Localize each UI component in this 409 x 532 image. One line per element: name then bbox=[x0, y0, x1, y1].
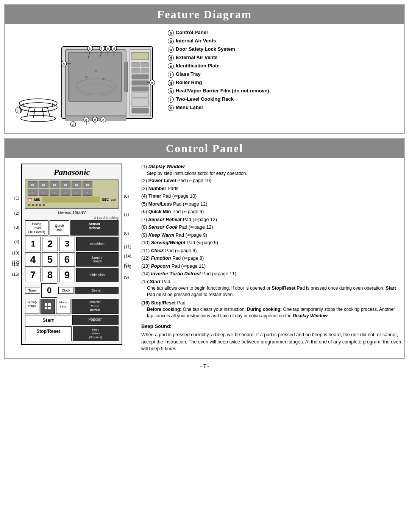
callout-r-9: (9) bbox=[124, 273, 136, 284]
label-item-g: g Roller Ring bbox=[168, 80, 397, 86]
num-9-button[interactable]: 9 bbox=[59, 268, 75, 282]
desc-9: (9) Keep Warm Pad (⇐page 9) bbox=[141, 232, 402, 239]
timer-row: Timer 0 Clock Dinner bbox=[25, 283, 119, 298]
callout-r-11: (11) bbox=[124, 238, 136, 252]
breakfast-button[interactable]: Breakfast bbox=[76, 237, 119, 251]
side-dish-button[interactable]: Side Dish bbox=[76, 268, 119, 282]
desc-1-label: Display Window bbox=[148, 164, 185, 169]
label-circle-g: g bbox=[168, 80, 174, 86]
display-icon-7: ▫▫ bbox=[28, 189, 37, 196]
desc-14-num: (14) bbox=[141, 271, 151, 276]
microwave-panel: Panasonic ■■ ■■ ■■ ■■ ■■ ■■ ▫▫ ▫▫ ▫▫ bbox=[21, 164, 122, 345]
svg-line-7 bbox=[42, 107, 44, 118]
label-circle-e: e bbox=[168, 63, 174, 69]
display-min-label: MIN bbox=[34, 198, 41, 201]
num-7-button[interactable]: 7 bbox=[25, 268, 41, 282]
svg-rect-25 bbox=[132, 75, 148, 79]
svg-rect-20 bbox=[132, 52, 148, 60]
clock-button[interactable]: Clock bbox=[58, 287, 73, 294]
desc-11: (11) Clock Pad (⇐page 9) bbox=[141, 248, 402, 254]
label-item-i: i Two-Level Cooking Rack bbox=[168, 96, 397, 103]
label-item-a: a Control Panel bbox=[168, 30, 397, 36]
display-clock-icon: ⏰ bbox=[28, 198, 32, 202]
num-5-button[interactable]: 5 bbox=[42, 252, 58, 267]
desc-11-suffix: Pad (⇐page 9) bbox=[164, 248, 197, 253]
num-3-button[interactable]: 3 bbox=[59, 237, 75, 251]
num-1-button[interactable]: 1 bbox=[25, 237, 41, 251]
lunch-snack-button[interactable]: Lunch/ Snack bbox=[76, 252, 119, 267]
desc-15-suffix: Pad bbox=[161, 279, 170, 284]
quick-min-button[interactable]: QuickMin bbox=[50, 220, 69, 236]
display-icon-4: ■■ bbox=[61, 181, 70, 188]
function-button[interactable] bbox=[41, 299, 55, 314]
label-circle-f: f bbox=[168, 72, 174, 78]
popcorn-button[interactable]: Popcorn bbox=[72, 315, 119, 325]
label-circle-b: b bbox=[168, 38, 174, 44]
desc-7-label: Sensor Reheat bbox=[148, 217, 182, 222]
desc-15-num: (15) bbox=[141, 279, 150, 284]
num-row-2: 4 5 6 Lunch/ Snack bbox=[25, 252, 119, 267]
desc-16: (16) Stop/Reset Pad Before cooking: One … bbox=[141, 300, 402, 319]
svg-point-1 bbox=[19, 99, 57, 108]
desc-16-suffix: Pad bbox=[176, 300, 186, 306]
num-0-button[interactable]: 0 bbox=[41, 283, 57, 298]
desc-8-num: (8) bbox=[141, 225, 148, 230]
svg-point-36 bbox=[99, 46, 105, 51]
svg-text:j: j bbox=[17, 108, 18, 112]
serving-weight-button[interactable]: Serving/Weight bbox=[25, 299, 39, 314]
feature-labels: a Control Panel b Internal Air Vents c D… bbox=[164, 28, 397, 113]
display-icon-8: ▫▫ bbox=[39, 189, 48, 196]
desc-9-label: Keep Warm bbox=[148, 232, 175, 238]
label-circle-a: a bbox=[168, 30, 174, 36]
desc-8: (8) Sensor Cook Pad (⇐page 12) bbox=[141, 224, 402, 231]
desc-10-suffix: Pad (⇐page 9) bbox=[185, 240, 218, 245]
callout-r-7: (7) bbox=[124, 209, 136, 223]
svg-line-6 bbox=[33, 107, 35, 118]
display-icon-1: ■■ bbox=[28, 181, 37, 188]
more-less-button[interactable]: More/Less bbox=[56, 299, 70, 314]
svg-rect-64 bbox=[48, 303, 51, 306]
top-button-row: Power Level (10 Levels) QuickMin SensorR… bbox=[25, 220, 119, 236]
desc-11-num: (11) bbox=[141, 248, 151, 253]
label-text-i: Two-Level Cooking Rack bbox=[176, 96, 234, 103]
model-name: Genius 1300W bbox=[25, 210, 119, 215]
svg-text:e: e bbox=[102, 118, 104, 122]
num-row-3: 7 8 9 Side Dish bbox=[25, 268, 119, 282]
desc-1-num: (1) bbox=[141, 164, 148, 169]
desc-13-suffix: Pad (⇐page 11) bbox=[170, 264, 206, 269]
keep-warm-button[interactable]: Keep Warm (5menus) bbox=[73, 326, 119, 341]
desc-14: (14) Inverter Turbo Defrost Pad (⇐page 1… bbox=[141, 271, 402, 278]
svg-text:b: b bbox=[107, 47, 109, 51]
label-item-e: e Identification Plate bbox=[168, 63, 397, 69]
stop-reset-button[interactable]: Stop/Reset bbox=[25, 326, 72, 341]
svg-text:d: d bbox=[94, 118, 96, 122]
feature-diagram-section: Feature Diagram j j bbox=[4, 4, 405, 134]
svg-rect-22 bbox=[141, 62, 148, 67]
desc-5-label: More/Less bbox=[148, 201, 172, 207]
svg-rect-21 bbox=[132, 62, 139, 67]
function-icon bbox=[44, 303, 52, 310]
num-4-button[interactable]: 4 bbox=[25, 252, 41, 267]
num-2-button[interactable]: 2 bbox=[42, 237, 58, 251]
svg-point-0 bbox=[19, 103, 57, 112]
desc-10: (10) Serving/Weight Pad (⇐page 9) bbox=[141, 240, 402, 246]
svg-rect-27 bbox=[132, 87, 148, 91]
label-text-a: Control Panel bbox=[176, 30, 208, 36]
num-6-button[interactable]: 6 bbox=[59, 252, 75, 267]
beep-text: When a pad is pressed correctly, a beep … bbox=[141, 331, 402, 353]
desc-8-suffix: Pad (⇐page 12) bbox=[178, 225, 213, 230]
label-circle-k: k bbox=[168, 105, 174, 111]
inverter-turbo-defrost-button[interactable]: InverterTurboDefrost bbox=[72, 299, 119, 314]
timer-button[interactable]: Timer bbox=[25, 287, 40, 294]
num-8-button[interactable]: 8 bbox=[42, 268, 58, 282]
beep-title: Beep Sound: bbox=[141, 323, 402, 330]
svg-rect-26 bbox=[132, 81, 148, 85]
svg-point-8 bbox=[21, 115, 56, 122]
label-text-d: External Air Vents bbox=[176, 55, 218, 61]
dinner-button[interactable]: Dinner bbox=[75, 287, 119, 294]
power-level-button[interactable]: Power Level (10 Levels) bbox=[25, 220, 48, 236]
start-button[interactable]: Start bbox=[25, 315, 71, 325]
sensor-reheat-button[interactable]: SensorReheat bbox=[70, 220, 119, 236]
callout-2: (2) bbox=[7, 205, 21, 220]
desc-6: (6) Quick Min Pad (⇐page 9) bbox=[141, 209, 402, 215]
